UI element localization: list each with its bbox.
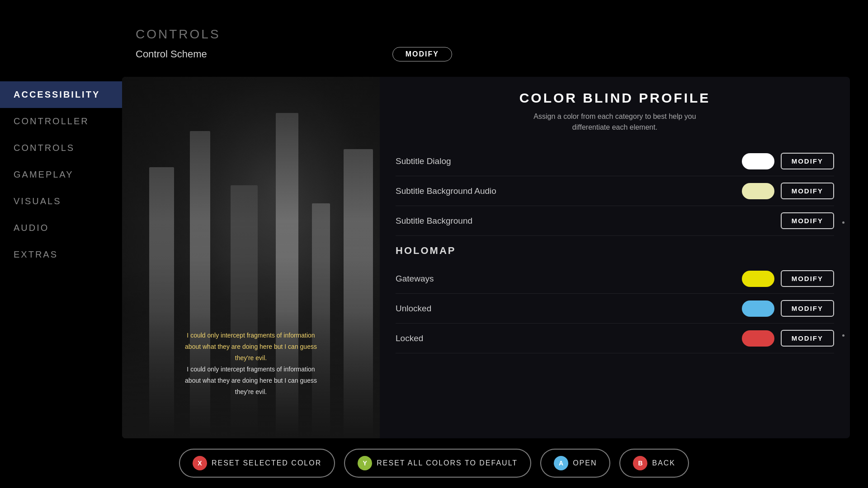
- sidebar-item-accessibility[interactable]: ACCESSIBILITY: [0, 81, 122, 108]
- sidebar-item-audio[interactable]: AUDIO: [0, 215, 122, 241]
- controls-title: CONTROLS: [136, 27, 823, 42]
- subtitle-line-3: they're evil.: [136, 352, 366, 364]
- open-button[interactable]: A OPEN: [540, 449, 610, 478]
- main-content: I could only intercept fragments of info…: [122, 77, 850, 438]
- locked-controls: MODIFY: [742, 330, 834, 347]
- color-row-subtitle-dialog: Subtitle Dialog MODIFY: [396, 146, 834, 176]
- sidebar: ACCESSIBILITY CONTROLLER CONTROLS GAMEPL…: [0, 77, 122, 434]
- reset-all-button[interactable]: Y RESET ALL COLORS TO DEFAULT: [344, 449, 531, 478]
- subtitle-bg-modify-button[interactable]: MODIFY: [781, 212, 834, 229]
- unlocked-modify-button[interactable]: MODIFY: [781, 300, 834, 317]
- subtitle-dialog-controls: MODIFY: [742, 153, 834, 169]
- gateways-swatch: [742, 271, 774, 287]
- x-button-icon: X: [193, 456, 207, 470]
- color-row-subtitle-bg: Subtitle Background MODIFY: [396, 206, 834, 236]
- sidebar-item-label: VISUALS: [14, 196, 61, 206]
- sidebar-item-extras[interactable]: EXTRAS: [0, 241, 122, 268]
- y-button-icon: Y: [358, 456, 372, 470]
- color-row-gateways: Gateways MODIFY: [396, 264, 834, 294]
- top-header: CONTROLS Control Scheme MODIFY: [136, 27, 823, 61]
- subtitle-bg-audio-modify-button[interactable]: MODIFY: [781, 183, 834, 199]
- locked-modify-button[interactable]: MODIFY: [781, 330, 834, 347]
- control-scheme-label: Control Scheme: [136, 48, 207, 60]
- color-row-locked: Locked MODIFY: [396, 324, 834, 353]
- control-scheme-modify-button[interactable]: MODIFY: [392, 47, 452, 61]
- control-scheme-row: Control Scheme MODIFY: [136, 47, 452, 61]
- gateways-label: Gateways: [396, 274, 434, 284]
- a-button-icon: A: [554, 456, 568, 470]
- locked-swatch: [742, 330, 774, 347]
- gateways-modify-button[interactable]: MODIFY: [781, 270, 834, 287]
- subtitle-line-6: they're evil.: [136, 386, 366, 398]
- unlocked-swatch: [742, 300, 774, 317]
- subtitle-bg-controls: MODIFY: [781, 212, 834, 229]
- subtitle-line-2: about what they are doing here but I can…: [136, 341, 366, 352]
- back-label: BACK: [652, 459, 675, 467]
- panel-title: COLOR BLIND PROFILE: [396, 90, 834, 106]
- subtitle-dialog-label: Subtitle Dialog: [396, 156, 451, 166]
- sidebar-item-label: AUDIO: [14, 223, 49, 233]
- subtitle-bg-audio-swatch: [742, 183, 774, 199]
- game-scene: I could only intercept fragments of info…: [122, 77, 380, 438]
- b-button-icon: B: [633, 456, 647, 470]
- subtitle-bg-audio-label: Subtitle Background Audio: [396, 186, 496, 196]
- reset-selected-label: RESET SELECTED COLOR: [212, 459, 321, 467]
- subtitle-bg-audio-controls: MODIFY: [742, 183, 834, 199]
- sidebar-item-label: CONTROLLER: [14, 116, 89, 126]
- color-row-subtitle-bg-audio: Subtitle Background Audio MODIFY: [396, 176, 834, 206]
- game-preview: I could only intercept fragments of info…: [122, 77, 380, 438]
- subtitle-bg-label: Subtitle Background: [396, 216, 472, 226]
- subtitle-dialog-modify-button[interactable]: MODIFY: [781, 153, 834, 169]
- subtitle-area: I could only intercept fragments of info…: [122, 330, 380, 398]
- reset-selected-button[interactable]: X RESET SELECTED COLOR: [179, 449, 335, 478]
- open-label: OPEN: [573, 459, 597, 467]
- bottom-bar: X RESET SELECTED COLOR Y RESET ALL COLOR…: [0, 438, 868, 488]
- sidebar-item-controller[interactable]: CONTROLLER: [0, 108, 122, 135]
- sidebar-item-label: CONTROLS: [14, 143, 75, 153]
- color-row-unlocked: Unlocked MODIFY: [396, 294, 834, 324]
- gateways-controls: MODIFY: [742, 270, 834, 287]
- sidebar-item-label: ACCESSIBILITY: [14, 89, 100, 99]
- subtitle-line-4: I could only intercept fragments of info…: [136, 364, 366, 375]
- sidebar-item-gameplay[interactable]: GAMEPLAY: [0, 161, 122, 188]
- back-button[interactable]: B BACK: [619, 449, 689, 478]
- holomap-section-header: HOLOMAP: [396, 245, 834, 257]
- reset-all-label: RESET ALL COLORS TO DEFAULT: [377, 459, 518, 467]
- sidebar-item-label: GAMEPLAY: [14, 169, 74, 179]
- sidebar-item-label: EXTRAS: [14, 249, 58, 259]
- sidebar-item-visuals[interactable]: VISUALS: [0, 188, 122, 215]
- locked-label: Locked: [396, 333, 423, 343]
- unlocked-controls: MODIFY: [742, 300, 834, 317]
- panel-subtitle: Assign a color from each category to bes…: [396, 111, 834, 133]
- sidebar-item-controls[interactable]: CONTROLS: [0, 135, 122, 161]
- unlocked-label: Unlocked: [396, 304, 431, 314]
- subtitle-dialog-swatch: [742, 153, 774, 169]
- settings-panel: COLOR BLIND PROFILE Assign a color from …: [380, 77, 850, 438]
- subtitle-line-1: I could only intercept fragments of info…: [136, 330, 366, 341]
- subtitle-line-5: about what they are doing here but I can…: [136, 375, 366, 386]
